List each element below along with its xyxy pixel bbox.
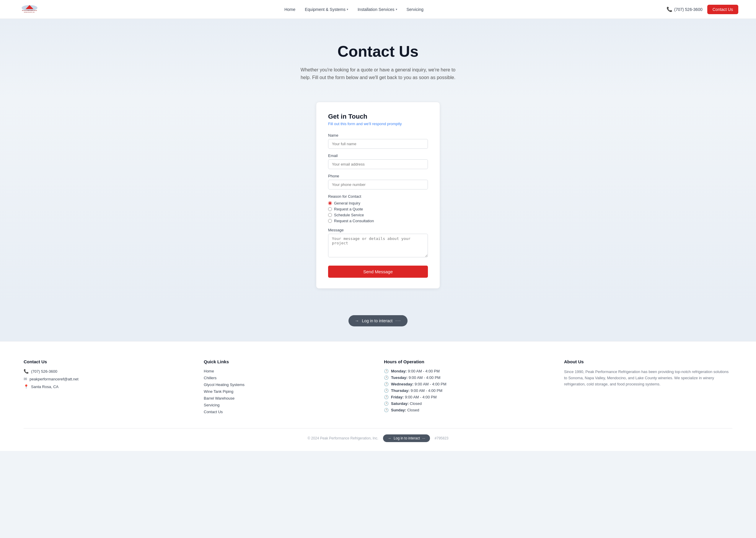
reason-consultation-radio[interactable] bbox=[328, 219, 332, 223]
footer-link-home[interactable]: Home bbox=[204, 369, 372, 373]
pill-dots: ··· bbox=[395, 318, 401, 323]
footer-link-glycol[interactable]: Glycol Heating Systems bbox=[204, 383, 372, 387]
footer-bottom: © 2024 Peak Performance Refrigeration, I… bbox=[24, 428, 732, 442]
reason-consultation-label: Request a Consultation bbox=[334, 219, 374, 223]
reason-request-quote-radio[interactable] bbox=[328, 207, 332, 211]
phone-input[interactable] bbox=[328, 180, 428, 189]
footer-link-chillers[interactable]: Chillers bbox=[204, 376, 372, 380]
login-interact-label: Log in to interact bbox=[362, 318, 393, 323]
footer-link-barrel[interactable]: Barrel Warehouse bbox=[204, 396, 372, 401]
footer-link-wine-tank[interactable]: Wine Tank Piping bbox=[204, 389, 372, 394]
clock-icon: 🕐 bbox=[384, 402, 389, 406]
reason-schedule-service[interactable]: Schedule Service bbox=[328, 213, 428, 217]
nav-servicing[interactable]: Servicing bbox=[407, 7, 424, 12]
footer-about-col: About Us Since 1990, Peak Performance Re… bbox=[564, 359, 732, 416]
form-subtitle: Fill out this form and we'll respond pro… bbox=[328, 122, 428, 126]
clock-icon: 🕐 bbox=[384, 375, 389, 380]
navbar: PEAK PERFORMANCE REFRIGERATION, INC. Hom… bbox=[0, 0, 756, 19]
footer-about-heading: About Us bbox=[564, 359, 732, 364]
reason-request-quote[interactable]: Request a Quote bbox=[328, 207, 428, 211]
reason-general-inquiry-radio[interactable] bbox=[328, 201, 332, 205]
email-label: Email bbox=[328, 153, 428, 158]
svg-text:REFRIGERATION, INC.: REFRIGERATION, INC. bbox=[24, 12, 35, 13]
footer-pill-dots: ··· bbox=[422, 436, 425, 440]
hours-sunday: 🕐 Sunday: Closed bbox=[384, 408, 552, 412]
nav-right: 📞 (707) 526-3600 Contact Us bbox=[667, 5, 738, 14]
footer: Contact Us 📞 (707) 526-3600 ✉ peakperfor… bbox=[0, 341, 756, 451]
form-section: Get in Touch Fill out this form and we'l… bbox=[0, 99, 756, 306]
page-title: Contact Us bbox=[6, 42, 750, 60]
reason-request-quote-label: Request a Quote bbox=[334, 207, 363, 211]
footer-link-servicing[interactable]: Servicing bbox=[204, 403, 372, 407]
hero-section: Contact Us Whether you're looking for a … bbox=[0, 19, 756, 99]
nav-installation[interactable]: Installation Services ▾ bbox=[358, 7, 397, 12]
footer-address: 📍 Santa Rosa, CA bbox=[24, 384, 192, 389]
name-input[interactable] bbox=[328, 139, 428, 149]
nav-home[interactable]: Home bbox=[284, 7, 295, 12]
footer-hours-col: Hours of Operation 🕐 Monday: 9:00 AM - 4… bbox=[384, 359, 552, 416]
hours-wednesday: 🕐 Wednesday: 9:00 AM - 4:00 PM bbox=[384, 382, 552, 386]
name-label: Name bbox=[328, 133, 428, 137]
reason-consultation[interactable]: Request a Consultation bbox=[328, 219, 428, 223]
logo[interactable]: PEAK PERFORMANCE REFRIGERATION, INC. bbox=[18, 2, 41, 17]
footer-links-heading: Quick Links bbox=[204, 359, 372, 364]
footer-links-col: Quick Links Home Chillers Glycol Heating… bbox=[204, 359, 372, 416]
hours-monday: 🕐 Monday: 9:00 AM - 4:00 PM bbox=[384, 369, 552, 373]
location-icon: 📍 bbox=[24, 384, 29, 389]
hours-tuesday: 🕐 Tuesday: 9:00 AM - 4:00 PM bbox=[384, 375, 552, 380]
email-field-group: Email bbox=[328, 153, 428, 169]
form-heading: Get in Touch bbox=[328, 113, 428, 120]
phone-icon: 📞 bbox=[24, 369, 29, 374]
footer-copyright: © 2024 Peak Performance Refrigeration, I… bbox=[308, 436, 378, 440]
message-field-group: Message bbox=[328, 228, 428, 258]
phone-field-group: Phone bbox=[328, 174, 428, 189]
footer-links-list: Home Chillers Glycol Heating Systems Win… bbox=[204, 369, 372, 414]
hours-saturday: 🕐 Saturday: Closed bbox=[384, 402, 552, 406]
footer-link-contact[interactable]: Contact Us bbox=[204, 409, 372, 414]
footer-address-text: Santa Rosa, CA bbox=[31, 385, 58, 389]
phone-link[interactable]: 📞 (707) 526-3600 bbox=[667, 7, 703, 12]
clock-icon: 🕐 bbox=[384, 388, 389, 393]
footer-contact-heading: Contact Us bbox=[24, 359, 192, 364]
email-icon: ✉ bbox=[24, 377, 27, 381]
reason-label: Reason for Contact bbox=[328, 194, 428, 199]
clock-icon: 🕐 bbox=[384, 408, 389, 412]
reason-general-inquiry-label: General Inquiry bbox=[334, 201, 360, 205]
name-field-group: Name bbox=[328, 133, 428, 149]
clock-icon: 🕐 bbox=[384, 382, 389, 386]
footer-login-label: Log in to interact bbox=[394, 436, 420, 440]
hours-thursday: 🕐 Thursday: 9:00 AM - 4:00 PM bbox=[384, 388, 552, 393]
contact-us-button[interactable]: Contact Us bbox=[707, 5, 738, 14]
clock-icon: 🕐 bbox=[384, 395, 389, 399]
message-label: Message bbox=[328, 228, 428, 232]
reason-schedule-service-label: Schedule Service bbox=[334, 213, 364, 217]
contact-form-card: Get in Touch Fill out this form and we'l… bbox=[316, 102, 440, 289]
footer-grid: Contact Us 📞 (707) 526-3600 ✉ peakperfor… bbox=[24, 359, 732, 416]
reason-schedule-service-radio[interactable] bbox=[328, 213, 332, 217]
clock-icon: 🕐 bbox=[384, 369, 389, 373]
reason-general-inquiry[interactable]: General Inquiry bbox=[328, 201, 428, 205]
chevron-down-icon: ▾ bbox=[396, 8, 397, 11]
phone-icon: 📞 bbox=[667, 7, 672, 12]
reason-field-group: Reason for Contact General Inquiry Reque… bbox=[328, 194, 428, 223]
footer-email: ✉ peakperformanceref@att.net bbox=[24, 377, 192, 381]
hero-subtitle: Whether you're looking for a quote or ha… bbox=[295, 66, 461, 81]
send-message-button[interactable]: Send Message bbox=[328, 266, 428, 278]
footer-hours-heading: Hours of Operation bbox=[384, 359, 552, 364]
message-textarea[interactable] bbox=[328, 234, 428, 257]
svg-text:PEAK PERFORMANCE: PEAK PERFORMANCE bbox=[22, 10, 37, 11]
nav-equipment[interactable]: Equipment & Systems ▾ bbox=[305, 7, 348, 12]
logo-svg: PEAK PERFORMANCE REFRIGERATION, INC. bbox=[18, 2, 41, 17]
nav-links: Home Equipment & Systems ▾ Installation … bbox=[284, 7, 424, 12]
arrow-icon: → bbox=[388, 436, 391, 440]
footer-login-pill[interactable]: → Log in to interact ··· bbox=[383, 434, 430, 442]
footer-email-address: peakperformanceref@att.net bbox=[29, 377, 79, 381]
arrow-right-icon: → bbox=[355, 318, 359, 323]
login-to-interact-pill[interactable]: → Log in to interact ··· bbox=[348, 315, 408, 326]
footer-id: #795823 bbox=[435, 436, 448, 440]
footer-about-text: Since 1990, Peak Performance Refrigerati… bbox=[564, 369, 732, 387]
chevron-down-icon: ▾ bbox=[347, 8, 348, 11]
email-input[interactable] bbox=[328, 159, 428, 169]
footer-phone: 📞 (707) 526-3600 bbox=[24, 369, 192, 374]
footer-contact-col: Contact Us 📞 (707) 526-3600 ✉ peakperfor… bbox=[24, 359, 192, 416]
